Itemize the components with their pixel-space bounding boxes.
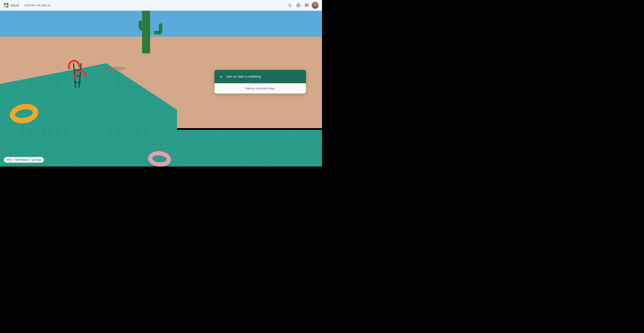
header-app-name: Meet	[11, 3, 20, 8]
cactus-arm-right	[154, 31, 162, 34]
meeting-card: + Join or start a meeting Nothing schedu…	[214, 70, 306, 94]
join-meeting-button[interactable]: + Join or start a meeting	[214, 70, 306, 83]
app-header: Meet 1:03 PM • Fri, Dec 11	[0, 0, 322, 11]
schedule-text: Nothing scheduled today	[246, 87, 275, 90]
attribution-dot-2: •	[30, 158, 31, 161]
activity-button[interactable]	[286, 2, 294, 9]
attribution-dot-1: •	[13, 158, 14, 161]
header-icons	[286, 2, 319, 9]
settings-button[interactable]	[294, 2, 302, 9]
meeting-schedule-panel: Nothing scheduled today	[214, 83, 306, 94]
header-time: 1:03 PM	[24, 4, 34, 7]
join-meeting-label: Join or start a meeting	[226, 75, 261, 79]
svg-point-6	[298, 5, 299, 6]
plus-icon: +	[220, 74, 222, 79]
account-button[interactable]	[311, 2, 319, 9]
activity-icon	[288, 3, 292, 8]
ladder-step-3	[74, 82, 81, 83]
header-date: Fri, Dec 11	[38, 4, 50, 7]
meet-logo-icon	[3, 2, 9, 9]
attribution-url: g.co/apa	[32, 158, 41, 161]
feedback-icon	[305, 3, 309, 8]
cactus-arm-left	[140, 27, 146, 31]
avatar	[312, 2, 318, 9]
settings-icon	[296, 3, 300, 8]
header-dot: •	[35, 4, 36, 7]
avatar-image	[312, 2, 318, 9]
artwork-title: Pool	[7, 158, 12, 161]
attribution-badge: Pool • Ana Popescu • g.co/apa	[4, 157, 44, 163]
avatar-svg	[312, 2, 318, 9]
app-logo	[3, 2, 9, 9]
feedback-button[interactable]	[303, 2, 310, 9]
header-separator	[22, 4, 22, 7]
svg-point-11	[314, 3, 316, 6]
artist-name: Ana Popescu	[15, 158, 28, 161]
